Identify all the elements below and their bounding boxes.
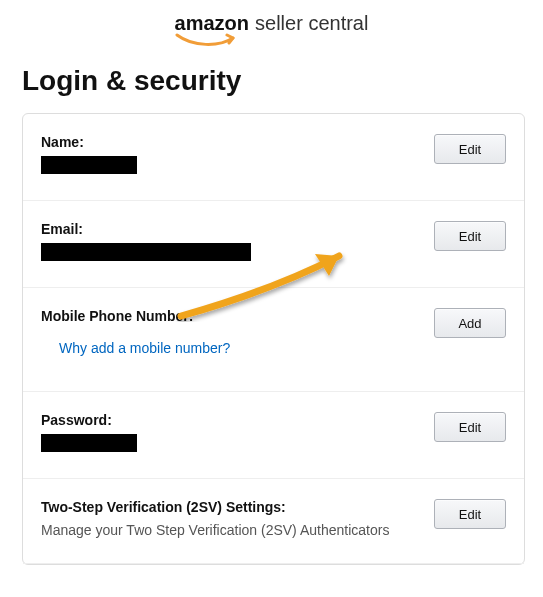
- logo-suffix: seller central: [255, 12, 368, 35]
- twosv-label: Two-Step Verification (2SV) Settings:: [41, 499, 422, 515]
- settings-card: Name: Edit Email: Edit Mobile Phone Numb…: [22, 113, 525, 565]
- password-value-redacted: [41, 434, 137, 452]
- logo-brand-text: amazon: [175, 12, 249, 34]
- email-value-redacted: [41, 243, 251, 261]
- email-label: Email:: [41, 221, 422, 237]
- row-phone: Mobile Phone Number: Why add a mobile nu…: [23, 288, 524, 392]
- edit-name-button[interactable]: Edit: [434, 134, 506, 164]
- twosv-subtext: Manage your Two Step Verification (2SV) …: [41, 521, 422, 541]
- phone-label: Mobile Phone Number:: [41, 308, 422, 324]
- add-phone-button[interactable]: Add: [434, 308, 506, 338]
- logo-brand: amazon: [175, 12, 249, 47]
- name-value-redacted: [41, 156, 137, 174]
- amazon-smile-icon: [175, 33, 247, 47]
- header-logo: amazon seller central: [0, 12, 543, 47]
- row-email: Email: Edit: [23, 201, 524, 288]
- why-add-mobile-link[interactable]: Why add a mobile number?: [59, 340, 230, 356]
- page-title: Login & security: [22, 65, 543, 97]
- row-2sv: Two-Step Verification (2SV) Settings: Ma…: [23, 479, 524, 564]
- edit-password-button[interactable]: Edit: [434, 412, 506, 442]
- edit-2sv-button[interactable]: Edit: [434, 499, 506, 529]
- row-name: Name: Edit: [23, 114, 524, 201]
- row-password: Password: Edit: [23, 392, 524, 479]
- password-label: Password:: [41, 412, 422, 428]
- name-label: Name:: [41, 134, 422, 150]
- edit-email-button[interactable]: Edit: [434, 221, 506, 251]
